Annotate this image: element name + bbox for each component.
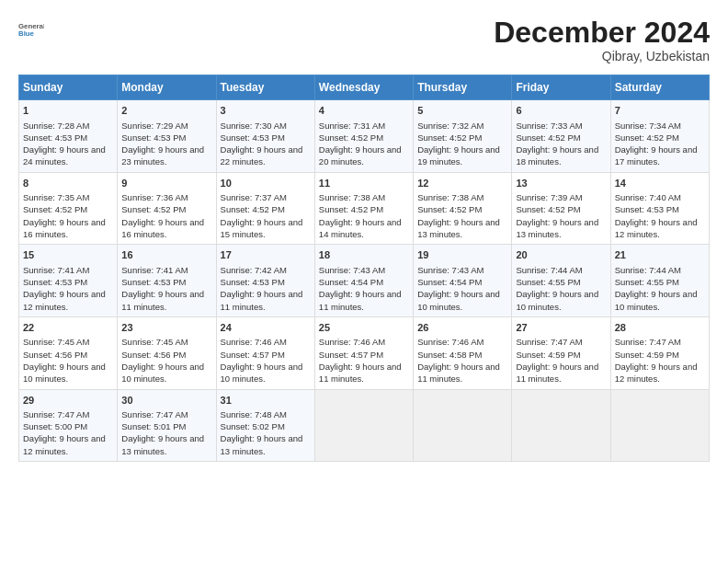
sunrise-label: Sunrise: 7:34 AM [615,121,681,131]
daylight-label: Daylight: 9 hours and 13 minutes. [221,433,303,455]
day-number: 4 [319,104,409,118]
day-number: 3 [221,104,311,118]
daylight-label: Daylight: 9 hours and 11 minutes. [516,362,598,384]
daylight-label: Daylight: 9 hours and 23 minutes. [121,144,204,167]
calendar-cell: 21 Sunrise: 7:44 AM Sunset: 4:55 PM Dayl… [610,245,709,317]
calendar-table: Sunday Monday Tuesday Wednesday Thursday… [18,75,710,462]
calendar-cell: 18 Sunrise: 7:43 AM Sunset: 4:54 PM Dayl… [314,245,413,317]
sunset-label: Sunset: 4:52 PM [23,204,87,214]
col-wednesday: Wednesday [314,75,413,100]
sunrise-label: Sunrise: 7:38 AM [417,192,483,202]
day-number: 17 [221,248,311,262]
daylight-label: Daylight: 9 hours and 19 minutes. [417,144,500,167]
calendar-cell: 25 Sunrise: 7:46 AM Sunset: 4:57 PM Dayl… [314,316,413,389]
day-number: 10 [221,177,311,190]
col-monday: Monday [118,75,216,100]
sunset-label: Sunset: 4:52 PM [319,204,383,214]
daylight-label: Daylight: 9 hours and 13 minutes. [516,217,598,239]
day-number: 7 [615,104,705,118]
sunrise-label: Sunrise: 7:43 AM [417,265,483,275]
day-number: 5 [417,104,507,118]
sunset-label: Sunset: 4:55 PM [516,277,580,287]
day-number: 9 [121,177,211,190]
page-header: General Blue December 2024 Qibray, Uzbek… [18,17,710,63]
sunrise-label: Sunrise: 7:31 AM [319,121,385,131]
sunset-label: Sunset: 4:55 PM [615,277,679,287]
calendar-cell: 11 Sunrise: 7:38 AM Sunset: 4:52 PM Dayl… [314,172,413,245]
calendar-cell: 30 Sunrise: 7:47 AM Sunset: 5:01 PM Dayl… [118,389,216,462]
sunrise-label: Sunrise: 7:47 AM [615,337,681,347]
calendar-cell: 22 Sunrise: 7:45 AM Sunset: 4:56 PM Dayl… [19,316,118,389]
day-number: 20 [516,248,606,262]
day-number: 12 [417,177,507,190]
sunrise-label: Sunrise: 7:32 AM [417,121,483,131]
sunset-label: Sunset: 4:52 PM [121,204,186,214]
calendar-cell: 7 Sunrise: 7:34 AM Sunset: 4:52 PM Dayli… [610,100,709,173]
calendar-cell [512,389,610,462]
sunset-label: Sunset: 4:53 PM [23,132,87,143]
calendar-week-0: 1 Sunrise: 7:28 AM Sunset: 4:53 PM Dayli… [19,100,710,173]
day-number: 30 [121,394,211,408]
calendar-cell: 26 Sunrise: 7:46 AM Sunset: 4:58 PM Dayl… [414,316,512,389]
svg-text:Blue: Blue [18,29,35,38]
daylight-label: Daylight: 9 hours and 20 minutes. [319,144,402,167]
sunset-label: Sunset: 4:56 PM [23,350,87,360]
sunrise-label: Sunrise: 7:46 AM [417,337,483,347]
col-sunday: Sunday [19,75,118,100]
calendar-cell: 5 Sunrise: 7:32 AM Sunset: 4:52 PM Dayli… [414,100,512,173]
sunrise-label: Sunrise: 7:40 AM [615,192,681,202]
daylight-label: Daylight: 9 hours and 10 minutes. [221,362,303,384]
day-number: 29 [23,394,113,408]
calendar-cell: 23 Sunrise: 7:45 AM Sunset: 4:56 PM Dayl… [118,316,216,389]
calendar-week-4: 29 Sunrise: 7:47 AM Sunset: 5:00 PM Dayl… [19,389,710,462]
day-number: 24 [221,321,311,335]
daylight-label: Daylight: 9 hours and 12 minutes. [23,289,106,311]
sunrise-label: Sunrise: 7:35 AM [23,192,89,202]
calendar-cell: 10 Sunrise: 7:37 AM Sunset: 4:52 PM Dayl… [216,172,314,245]
day-number: 18 [319,248,409,262]
sunset-label: Sunset: 4:54 PM [319,277,383,287]
calendar-cell: 29 Sunrise: 7:47 AM Sunset: 5:00 PM Dayl… [19,389,118,462]
sunset-label: Sunset: 4:53 PM [221,132,285,143]
calendar-cell: 15 Sunrise: 7:41 AM Sunset: 4:53 PM Dayl… [19,245,118,317]
sunset-label: Sunset: 4:53 PM [121,132,186,143]
sunrise-label: Sunrise: 7:47 AM [121,409,188,419]
sunrise-label: Sunrise: 7:47 AM [516,337,582,347]
sunset-label: Sunset: 4:52 PM [516,132,580,143]
sunset-label: Sunset: 4:53 PM [23,277,87,287]
sunrise-label: Sunrise: 7:44 AM [615,265,681,275]
daylight-label: Daylight: 9 hours and 14 minutes. [319,217,402,239]
calendar-cell: 24 Sunrise: 7:46 AM Sunset: 4:57 PM Dayl… [216,316,314,389]
daylight-label: Daylight: 9 hours and 11 minutes. [319,362,402,384]
sunrise-label: Sunrise: 7:39 AM [516,192,582,202]
calendar-week-2: 15 Sunrise: 7:41 AM Sunset: 4:53 PM Dayl… [19,245,710,317]
calendar-cell: 2 Sunrise: 7:29 AM Sunset: 4:53 PM Dayli… [118,100,216,173]
calendar-cell: 17 Sunrise: 7:42 AM Sunset: 4:53 PM Dayl… [216,245,314,317]
calendar-cell: 9 Sunrise: 7:36 AM Sunset: 4:52 PM Dayli… [118,172,216,245]
sunset-label: Sunset: 4:59 PM [615,350,679,360]
calendar-cell: 3 Sunrise: 7:30 AM Sunset: 4:53 PM Dayli… [216,100,314,173]
daylight-label: Daylight: 9 hours and 18 minutes. [516,144,598,167]
sunrise-label: Sunrise: 7:41 AM [121,265,188,275]
daylight-label: Daylight: 9 hours and 10 minutes. [23,362,106,384]
calendar-cell: 4 Sunrise: 7:31 AM Sunset: 4:52 PM Dayli… [314,100,413,173]
calendar-cell: 27 Sunrise: 7:47 AM Sunset: 4:59 PM Dayl… [512,316,610,389]
sunset-label: Sunset: 4:56 PM [121,350,186,360]
sunrise-label: Sunrise: 7:45 AM [23,337,89,347]
day-number: 28 [615,321,705,335]
daylight-label: Daylight: 9 hours and 16 minutes. [23,217,106,239]
sunrise-label: Sunrise: 7:41 AM [23,265,89,275]
logo-icon: General Blue [18,17,44,42]
sunset-label: Sunset: 4:52 PM [615,132,679,143]
day-number: 13 [516,177,606,190]
sunset-label: Sunset: 4:57 PM [221,350,285,360]
sunset-label: Sunset: 5:00 PM [23,421,87,431]
daylight-label: Daylight: 9 hours and 12 minutes. [615,217,698,239]
subtitle: Qibray, Uzbekistan [494,49,710,63]
calendar-cell [314,389,413,462]
sunrise-label: Sunrise: 7:46 AM [319,337,385,347]
sunrise-label: Sunrise: 7:44 AM [516,265,582,275]
calendar-cell: 14 Sunrise: 7:40 AM Sunset: 4:53 PM Dayl… [610,172,709,245]
calendar-week-3: 22 Sunrise: 7:45 AM Sunset: 4:56 PM Dayl… [19,316,710,389]
day-number: 1 [23,104,113,118]
